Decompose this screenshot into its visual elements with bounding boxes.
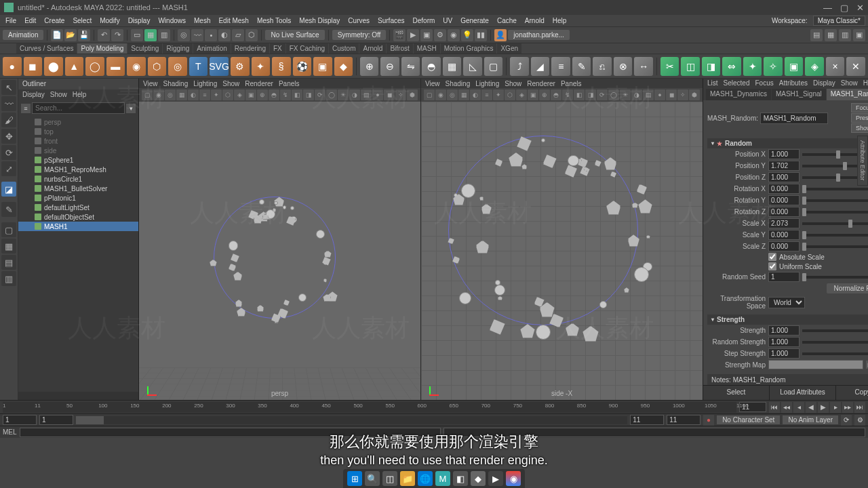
viewport-tool-icon[interactable]: ◐ (188, 89, 199, 100)
playblast-icon[interactable]: ▮▮ (475, 29, 487, 41)
viewport-tool-icon[interactable]: ↯ (280, 89, 291, 100)
menuset-dropdown[interactable]: Animation (3, 30, 43, 40)
select-by-type-icon[interactable]: ▭ (131, 29, 143, 41)
viewport-persp-canvas[interactable]: persp (139, 102, 420, 400)
select-by-component-icon[interactable]: ▦ (144, 29, 157, 41)
viewport-tool-icon[interactable]: ⬡ (222, 89, 233, 100)
rotation_z-input[interactable] (768, 207, 800, 217)
play-fwd-icon[interactable]: ▶ (818, 402, 829, 413)
shelf-tab-sculpting[interactable]: Sculpting (127, 43, 162, 54)
attr-tab-MASH1_Random[interactable]: MASH1_Random (827, 89, 868, 100)
show-button[interactable]: Show (851, 123, 868, 133)
separate-icon[interactable]: ⊖ (380, 57, 399, 76)
smooth-icon[interactable]: ◓ (422, 57, 441, 76)
menu-mesh-tools[interactable]: Mesh Tools (254, 16, 294, 26)
menu-curves[interactable]: Curves (345, 16, 372, 26)
polycone-icon[interactable]: ▲ (65, 57, 84, 76)
layout-four[interactable]: ▦ (1, 239, 16, 253)
random_strength-slider[interactable] (802, 341, 868, 344)
playback-end-input[interactable] (630, 415, 664, 425)
menu-help[interactable]: Help (550, 16, 570, 26)
crease-tool-icon[interactable]: ✕ (846, 57, 865, 76)
workspace-dropdown[interactable]: Maya Classic* (813, 16, 865, 26)
create-poly-icon[interactable]: ✧ (764, 57, 783, 76)
retopo-icon[interactable]: ▦ (443, 57, 462, 76)
step-fwd-key-icon[interactable]: ▸▸ (842, 402, 853, 413)
edge-icon[interactable]: 🌐 (418, 471, 433, 486)
scale_x-input[interactable] (768, 218, 800, 228)
menu-arnold[interactable]: Arnold (522, 16, 547, 26)
viewport-tool-icon[interactable]: ● (654, 89, 665, 100)
viewport-tool-icon[interactable]: ◎ (165, 89, 176, 100)
close-button[interactable]: ✕ (856, 3, 864, 13)
viewport-tool-icon[interactable]: ⊕ (539, 89, 550, 100)
viewport-tool-icon[interactable]: ↯ (562, 89, 573, 100)
triangulate-icon[interactable]: ◺ (463, 57, 482, 76)
viewport-tool-icon[interactable]: ▢ (424, 89, 435, 100)
connect-icon[interactable]: ⇔ (722, 57, 741, 76)
viewport-tool-icon[interactable]: ⊕ (257, 89, 268, 100)
polypyramid-icon[interactable]: ◆ (334, 57, 353, 76)
viewport-tool-icon[interactable]: ◎ (447, 89, 458, 100)
menu-select[interactable]: Select (70, 16, 94, 26)
render-icon[interactable]: 🎬 (393, 29, 406, 41)
render-view-icon[interactable]: ▣ (420, 29, 433, 41)
chrome-icon[interactable]: ◉ (506, 471, 521, 486)
shelf-tab-rigging[interactable]: Rigging (163, 43, 193, 54)
menu-display[interactable]: Display (125, 16, 153, 26)
bridge-icon[interactable]: ≡ (551, 57, 570, 76)
viewport-tool-icon[interactable]: ● (372, 89, 383, 100)
copy-tab-button[interactable]: Copy Tab (836, 386, 868, 400)
anim-layer-dropdown[interactable]: No Anim Layer (783, 415, 838, 424)
polyplane-icon[interactable]: ▬ (106, 57, 125, 76)
time-slider-track[interactable]: 1115010015020025030035040045050055060065… (3, 402, 736, 413)
select-tool[interactable]: ↖ (1, 80, 16, 95)
random-seed-input[interactable] (768, 272, 800, 282)
viewport-tool-icon[interactable]: ◈ (234, 89, 245, 100)
play-back-icon[interactable]: ◀ (806, 402, 816, 413)
step-back-key-icon[interactable]: ◂◂ (781, 402, 792, 413)
undo-icon[interactable]: ↶ (98, 29, 110, 41)
combine-icon[interactable]: ⊕ (360, 57, 379, 76)
rotation_y-slider[interactable] (802, 199, 868, 202)
redo-icon[interactable]: ↷ (111, 29, 123, 41)
viewport-side-canvas[interactable]: side -X (421, 102, 703, 400)
minimize-button[interactable]: — (823, 3, 832, 13)
playback-start-input[interactable] (39, 415, 73, 425)
strength-input[interactable] (768, 325, 800, 336)
viewport-tool-icon[interactable]: ◧ (574, 89, 585, 100)
svg-icon[interactable]: SVG (210, 57, 229, 76)
live-surface-dropdown[interactable]: No Live Surface (265, 30, 324, 40)
outliner-scrollbar[interactable] (18, 392, 138, 400)
rotation_x-input[interactable] (768, 184, 800, 194)
random-seed-slider[interactable] (802, 276, 868, 279)
node-name-input[interactable] (760, 113, 828, 124)
outliner-item-side[interactable]: side (18, 146, 138, 155)
outliner-item-top[interactable]: top (18, 127, 138, 136)
viewport-tool-icon[interactable]: ◈ (516, 89, 527, 100)
sculpt-icon[interactable]: ✦ (743, 57, 762, 76)
section-strength-header[interactable]: ▾Strength (707, 314, 868, 325)
rotation_z-slider[interactable] (802, 211, 868, 214)
trans-space-dropdown[interactable]: World (768, 297, 805, 308)
viewport-tool-icon[interactable]: ⬢ (407, 89, 418, 100)
viewport-tool-icon[interactable]: ▦ (176, 89, 187, 100)
polysphere-icon[interactable]: ● (3, 57, 22, 76)
paint-select-tool[interactable]: 🖌 (1, 113, 16, 127)
viewport-tool-icon[interactable]: ◑ (631, 89, 642, 100)
section-random-header[interactable]: ▾★ Random ◉◯◐ (707, 138, 868, 148)
polyprism-icon[interactable]: ▣ (313, 57, 332, 76)
viewport-tool-icon[interactable]: ≡ (481, 89, 492, 100)
maximize-button[interactable]: ▢ (840, 3, 848, 13)
app2-icon[interactable]: ◆ (471, 471, 486, 486)
position_y-input[interactable] (768, 161, 800, 171)
viewport-tool-icon[interactable]: ⟳ (315, 89, 326, 100)
polysoccer-icon[interactable]: ⚽ (293, 57, 312, 76)
merge-icon[interactable]: ⊗ (614, 57, 633, 76)
attr-menu-attributes[interactable]: Attributes (779, 79, 808, 87)
last-tool[interactable]: ◪ (1, 182, 16, 197)
random_strength-input[interactable] (768, 337, 800, 347)
shelf-tab-custom[interactable]: Custom (329, 43, 359, 54)
scale_y-slider[interactable] (802, 234, 868, 237)
viewport-tool-icon[interactable]: ◓ (551, 89, 561, 100)
